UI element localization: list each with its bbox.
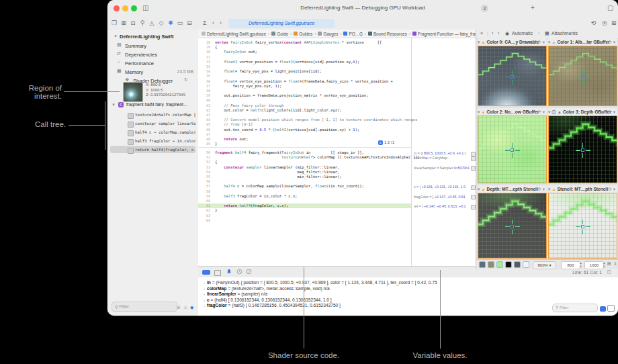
variable-row[interactable]: ›fragColor = (half3) [ 0.1467285156, 0.4… [204,303,615,308]
breadcrumb-item[interactable]: ›Guide [266,32,288,36]
sidebar-item-summary[interactable]: ▤Summary [107,42,198,50]
attachment-tile-header[interactable]: ▾ ▲ Color 1: Alb…lar GBuffer⟳ ▾ [548,38,617,46]
variable-row[interactable]: ›linearSampler = (sampler) n/a [204,291,615,297]
inline-value-view-button[interactable] [471,205,476,210]
pixel-color-swatch[interactable] [479,261,486,268]
tile-options-icon[interactable]: ⟳ ▾ [608,108,615,116]
tile-collapse-icon[interactable]: ▾ [478,109,480,114]
attachment-tile-albedo[interactable]: ▾ ▲ Color 1: Alb…lar GBuffer⟳ ▾ [548,38,617,106]
tab-gputrace[interactable]: DeferredLighting Swift.gputrace [228,19,335,28]
breadcrumb-item[interactable]: ›Gauges [312,32,338,36]
attachment-image[interactable] [478,46,547,106]
export-icon[interactable]: ⇩ [613,261,617,267]
attachment-tile-depth[interactable]: ▾ ▲ Depth: MT…epth Stencil⟳ ▾ [478,185,547,259]
variable-row[interactable]: ›in = (FairyInOut) { position = [ 800.5,… [204,280,615,285]
filter-warnings-icon[interactable]: ⚠ [183,305,187,310]
code-review-icon[interactable]: ◎ [602,19,607,26]
attachment-image[interactable] [548,193,617,259]
minimap-icon[interactable]: ◫ [607,269,611,275]
call-tree-disclosure-icon[interactable]: ▼ [112,103,116,107]
zoom-level-dropdown[interactable]: 800% ▾ [533,261,556,269]
sidebar-item-dependencies[interactable]: ⇄Dependencies [107,51,198,59]
call-tree-item[interactable]: half4 c = colorMap.sample(… [107,129,198,137]
call-tree-item[interactable]: constexpr sampler linearSa… [107,120,198,128]
call-tree-parent[interactable]: ▼ F fragment half4 fairy_fragment… [107,101,198,109]
tile-options-icon[interactable]: ⟳ ▾ [537,185,545,193]
attachment-tile-header[interactable]: ▾ ⓘ ▲ Color 3: Depth GBuffer⟳ ▾ [548,108,617,116]
attachment-tile-header[interactable]: ▾ ▲ Color 0: CA…y Drawable⟳ ▾ [478,38,547,46]
tile-collapse-icon[interactable]: ▾ [478,40,480,44]
editor-layout-icon[interactable]: ⊞ [611,19,617,26]
navigator-tab-debug[interactable]: ✱ [167,19,175,26]
filter-disabled-icon[interactable] [246,269,252,275]
tile-options-icon[interactable]: ⟳ ▾ [537,38,545,46]
inline-value-view-button[interactable] [471,185,476,190]
sidebar-item-performance[interactable]: ◔Performance [107,60,198,68]
tile-collapse-icon[interactable]: ▾ [478,187,480,191]
execution-count-badge[interactable]: ≡1.2 (1 [378,140,409,146]
forward-icon[interactable]: › [498,31,499,36]
disclosure-icon[interactable]: › [204,292,205,296]
navigator-filter-field[interactable]: ⚲ Filter [112,302,177,312]
pixel-color-swatch[interactable] [514,261,521,268]
call-tree-item[interactable]: texture2d<half> colorMap [[… [107,111,198,120]
region-of-interest-thumbnail[interactable] [123,82,143,102]
sidebar-item-memory[interactable]: ▦Memory23.5 MB [107,69,198,77]
navigator-tab-issues[interactable]: ◬ [148,19,156,26]
inline-value-view-button[interactable] [471,156,476,161]
attachment-image[interactable] [478,193,547,259]
memory-view-icon[interactable] [214,270,221,276]
pixel-color-swatch[interactable] [505,261,512,268]
tile-options-icon[interactable]: ⟳ ▾ [608,185,615,193]
close-window-button[interactable] [114,5,120,11]
coord-x-stepper-arrows[interactable]: ▲▼ [579,261,582,268]
attachments-label[interactable]: Attachments [551,31,578,36]
pixel-color-swatch[interactable] [488,261,494,268]
tile-collapse-icon[interactable]: ▾ [548,40,550,44]
project-name[interactable]: DeferredLighting Swift [120,34,173,40]
toggle-sidebar-icon[interactable]: ◫ [142,4,148,12]
inline-value-view-button[interactable] [471,195,476,199]
disclosure-icon[interactable]: › [204,281,205,285]
attachment-image[interactable] [478,116,547,183]
refresh-icon[interactable]: ↻ [184,77,188,83]
minimize-window-button[interactable] [122,5,128,11]
related-items-icon[interactable]: Σ [203,19,207,26]
back-icon[interactable]: ‹ [492,31,493,36]
variable-row[interactable]: ›colorMap = (texture2d<half>, metal::acc… [204,286,615,291]
project-disclosure-icon[interactable]: ▼ [114,34,118,38]
navigator-tab-project[interactable]: ❐ [110,19,118,26]
attachment-tile-header[interactable]: ▾ ▲ Stencil: MT…pth Stencil⟳ ▾ [548,185,617,193]
add-icon[interactable]: + [531,4,535,12]
filter-recent-icon[interactable]: ⊜ [177,305,181,310]
pixel-color-swatch[interactable] [496,261,503,268]
navigator-tab-find[interactable]: ⚲ [138,19,146,26]
disclosure-icon[interactable]: › [204,287,205,291]
close-icon[interactable]: × [480,31,483,36]
back-icon[interactable]: ‹ [212,19,214,26]
automatic-label[interactable]: Automatic [512,31,533,36]
attachment-tile-drawable[interactable]: ▾ ▲ Color 0: CA…y Drawable⟳ ▾ [478,38,547,106]
shader-source-editor[interactable]: 28vertex FairyInOut fairy_vertex(constan… [198,38,476,266]
flag-pixel-icon[interactable]: ⊞ [607,261,611,267]
attachment-tile-header[interactable]: ▾ ▲ Color 2: No…ow GBuffer⟳ ▾ [478,108,547,116]
disclosure-icon[interactable]: › [204,298,205,302]
attachment-tile-normal[interactable]: ▾ ▲ Color 2: No…ow GBuffer⟳ ▾ [478,108,547,183]
tile-options-icon[interactable]: ⟳ ▾ [608,38,615,46]
bell-icon[interactable] [226,269,232,275]
pixel-color-swatch[interactable] [523,261,529,268]
history-icon[interactable]: ⟲ [591,19,597,26]
variable-row[interactable]: ›c = (half4) [ 0.1306152344, 0.130615234… [204,298,615,303]
breadcrumb-item[interactable]: ›Bound Resources [363,32,407,36]
attachment-image[interactable] [548,46,617,106]
tile-collapse-icon[interactable]: ▾ [548,109,550,114]
filter-errors-icon[interactable]: ◆ [190,305,193,310]
coord-y-stepper-arrows[interactable]: ▲▼ [603,261,606,268]
breadcrumb-item[interactable]: DeferredLighting Swift.gputrace [202,32,266,36]
attachment-tile-depthg[interactable]: ▾ ⓘ ▲ Color 3: Depth GBuffer⟳ ▾ [548,108,617,183]
forward-icon[interactable]: › [220,19,222,26]
breadcrumb-item[interactable]: ›Fragment Function — fairy_fragment [407,32,476,36]
navigator-tab-reports[interactable]: ⊟ [185,19,193,26]
navigator-tab-breakpoints[interactable]: ▭ [176,19,184,26]
variables-view-mode-icon[interactable] [202,270,210,275]
